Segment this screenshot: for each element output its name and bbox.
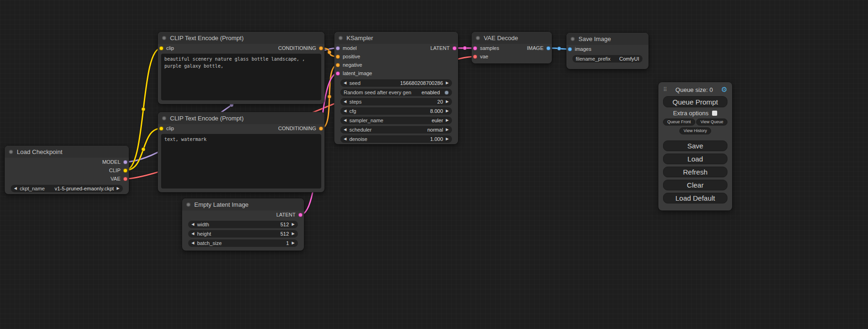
node-vae-decode[interactable]: VAE Decode samples IMAGE vae <box>472 32 552 63</box>
widget-ckpt-name[interactable]: ◀ ckpt_name v1-5-pruned-emaonly.ckpt ▶ <box>11 185 123 192</box>
collapse-dot[interactable] <box>162 36 166 40</box>
output-slot-latent[interactable]: LATENT <box>276 212 303 217</box>
output-socket-latent[interactable] <box>452 46 457 50</box>
collapse-dot[interactable] <box>162 116 166 120</box>
increment-arrow[interactable]: ▶ <box>446 100 449 104</box>
output-slot-model[interactable]: MODEL <box>102 159 127 165</box>
input-socket-clip[interactable] <box>159 46 163 50</box>
widget-scheduler[interactable]: ◀ scheduler normal ▶ <box>340 126 452 133</box>
collapse-dot[interactable] <box>476 36 480 40</box>
input-socket-clip[interactable] <box>159 126 163 131</box>
node-clip-text-encode-positive[interactable]: CLIP Text Encode (Prompt) clip CONDITION… <box>158 32 325 104</box>
input-socket-negative[interactable] <box>336 63 340 67</box>
output-slot-conditioning[interactable]: CONDITIONING <box>278 126 323 131</box>
decrement-arrow[interactable]: ◀ <box>344 128 346 132</box>
widget-filename-prefix[interactable]: filename_prefix ComfyUI <box>572 55 642 63</box>
output-slot-image[interactable]: IMAGE <box>527 45 550 51</box>
widget-denoise[interactable]: ◀ denoise 1.000 ▶ <box>340 135 452 143</box>
collapse-dot[interactable] <box>9 150 13 154</box>
load-default-button[interactable]: Load Default <box>663 193 727 203</box>
collapse-dot[interactable] <box>339 36 343 40</box>
widget-batch-size[interactable]: ◀ batch_size 1 ▶ <box>188 239 298 247</box>
node-clip-text-encode-negative[interactable]: CLIP Text Encode (Prompt) clip CONDITION… <box>158 112 325 192</box>
view-queue-button[interactable]: View Queue <box>696 119 727 126</box>
refresh-button[interactable]: Refresh <box>663 167 727 177</box>
node-load-checkpoint[interactable]: Load Checkpoint MODEL CLIP VAE ◀ ckpt_na… <box>5 146 129 194</box>
prompt-textarea[interactable]: text, watermark <box>161 134 321 189</box>
increment-arrow[interactable]: ▶ <box>292 241 295 245</box>
widget-width[interactable]: ◀ width 512 ▶ <box>188 221 298 228</box>
queue-front-button[interactable]: Queue Front <box>663 119 695 126</box>
decrement-arrow[interactable]: ◀ <box>344 109 346 113</box>
output-socket-latent[interactable] <box>298 213 303 217</box>
input-slot-clip[interactable]: clip <box>159 126 174 131</box>
input-slot-negative[interactable]: negative <box>336 62 362 68</box>
decrement-arrow[interactable]: ◀ <box>344 81 346 85</box>
increment-arrow[interactable]: ▶ <box>446 137 449 141</box>
widget-steps[interactable]: ◀ steps 20 ▶ <box>340 98 452 105</box>
output-socket-model[interactable] <box>123 160 127 164</box>
node-save-image[interactable]: Save Image images filename_prefix ComfyU… <box>566 33 649 69</box>
settings-gear-icon[interactable]: ⚙ <box>721 85 727 94</box>
node-title-bar[interactable]: Save Image <box>566 33 649 45</box>
clear-button[interactable]: Clear <box>663 180 727 190</box>
input-socket-samples[interactable] <box>473 46 477 50</box>
decrement-arrow[interactable]: ◀ <box>191 241 194 245</box>
input-slot-samples[interactable]: samples <box>473 45 499 51</box>
input-socket-images[interactable] <box>568 47 572 51</box>
increment-arrow[interactable]: ▶ <box>446 81 449 85</box>
toggle-dot[interactable] <box>445 91 449 95</box>
input-slot-model[interactable]: model <box>336 45 357 51</box>
decrement-arrow[interactable]: ◀ <box>191 223 194 226</box>
output-socket-clip[interactable] <box>123 168 127 173</box>
output-slot-latent[interactable]: LATENT <box>430 45 457 51</box>
drag-handle-icon[interactable]: ⠿ <box>663 86 667 93</box>
increment-arrow[interactable]: ▶ <box>292 232 295 236</box>
node-title-bar[interactable]: KSampler <box>334 32 458 44</box>
increment-arrow[interactable]: ▶ <box>292 223 295 226</box>
extra-options-checkbox[interactable] <box>712 111 717 116</box>
collapse-dot[interactable] <box>571 37 575 41</box>
collapse-dot[interactable] <box>186 203 191 207</box>
output-socket-conditioning[interactable] <box>319 46 323 50</box>
queue-prompt-button[interactable]: Queue Prompt <box>663 96 727 107</box>
input-slot-positive[interactable]: positive <box>336 54 360 59</box>
widget-sampler-name[interactable]: ◀ sampler_name euler ▶ <box>340 117 452 124</box>
output-slot-conditioning[interactable]: CONDITIONING <box>278 45 323 51</box>
graph-canvas[interactable]: Load Checkpoint MODEL CLIP VAE ◀ ckpt_na… <box>0 0 868 329</box>
input-slot-latent-image[interactable]: latent_image <box>336 70 372 76</box>
output-socket-vae[interactable] <box>123 177 127 181</box>
node-title-bar[interactable]: VAE Decode <box>472 32 552 44</box>
decrement-arrow[interactable]: ◀ <box>344 119 346 122</box>
node-empty-latent-image[interactable]: Empty Latent Image LATENT ◀ width 512 ▶ … <box>182 198 304 251</box>
view-history-button[interactable]: View History <box>679 127 711 134</box>
input-slot-clip[interactable]: clip <box>159 45 174 51</box>
input-socket-vae[interactable] <box>473 55 477 59</box>
increment-arrow[interactable]: ▶ <box>446 128 449 132</box>
input-socket-latent-image[interactable] <box>336 71 340 76</box>
decrement-arrow[interactable]: ◀ <box>344 137 346 141</box>
increment-arrow[interactable]: ▶ <box>446 119 449 122</box>
node-title-bar[interactable]: CLIP Text Encode (Prompt) <box>158 112 325 124</box>
node-title-bar[interactable]: Empty Latent Image <box>182 198 304 210</box>
input-socket-positive[interactable] <box>336 55 340 59</box>
increment-arrow[interactable]: ▶ <box>446 109 449 113</box>
widget-seed[interactable]: ◀ seed 156680208700286 ▶ <box>340 79 452 87</box>
output-socket-image[interactable] <box>546 46 550 50</box>
node-ksampler[interactable]: KSampler model LATENT positive negative <box>334 32 458 144</box>
output-slot-vae[interactable]: VAE <box>111 176 127 182</box>
decrement-arrow[interactable]: ◀ <box>344 100 346 104</box>
output-slot-clip[interactable]: CLIP <box>109 168 127 173</box>
prompt-textarea[interactable]: beautiful scenery nature glass bottle la… <box>161 54 321 100</box>
node-title-bar[interactable]: CLIP Text Encode (Prompt) <box>158 32 325 44</box>
widget-height[interactable]: ◀ height 512 ▶ <box>188 230 298 238</box>
save-button[interactable]: Save <box>663 140 727 151</box>
output-socket-conditioning[interactable] <box>319 126 323 131</box>
load-button[interactable]: Load <box>663 154 727 164</box>
input-socket-model[interactable] <box>336 46 340 50</box>
widget-random-seed-toggle[interactable]: Random seed after every gen enabled <box>340 89 452 96</box>
increment-arrow[interactable]: ▶ <box>117 187 120 190</box>
widget-cfg[interactable]: ◀ cfg 8.000 ▶ <box>340 107 452 115</box>
input-slot-vae[interactable]: vae <box>473 54 488 59</box>
node-title-bar[interactable]: Load Checkpoint <box>5 146 129 158</box>
